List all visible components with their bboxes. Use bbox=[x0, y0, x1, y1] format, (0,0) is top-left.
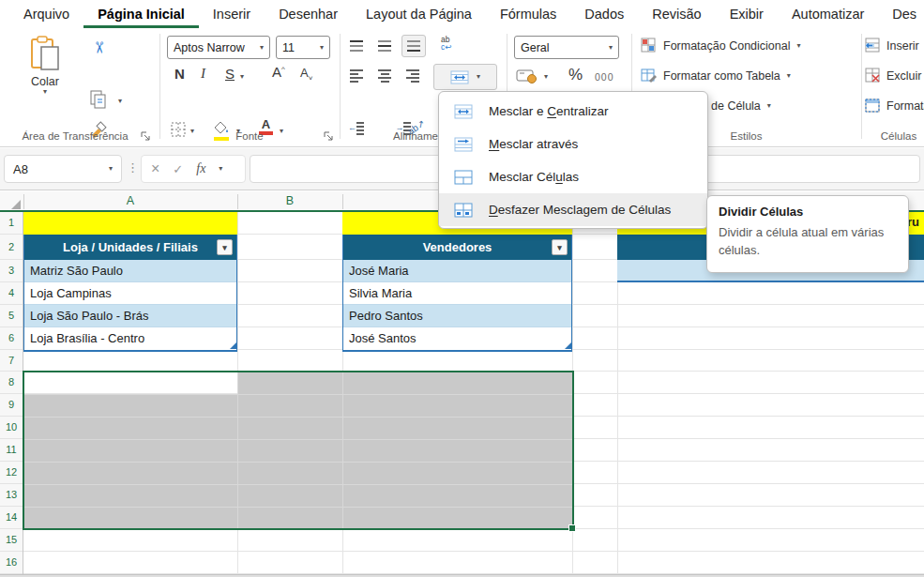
menu-item-merge-across[interactable]: Mesclar através bbox=[439, 128, 707, 160]
cancel-icon[interactable]: × bbox=[151, 160, 159, 177]
row-header[interactable]: 5 bbox=[0, 305, 23, 327]
format-as-table-button[interactable]: Formatar como Tabela ▾ bbox=[641, 68, 791, 84]
merge-center-icon bbox=[450, 70, 469, 84]
table-row[interactable]: Loja Campinas bbox=[24, 282, 236, 305]
underline-button[interactable]: S bbox=[225, 66, 235, 82]
table-stores: Loja / Unidades / Filiais ▾ Matriz São P… bbox=[23, 235, 237, 352]
tab-dados[interactable]: Dados bbox=[570, 0, 638, 28]
row-header[interactable]: 14 bbox=[0, 507, 23, 529]
paste-dropdown-chevron[interactable]: ▾ bbox=[21, 88, 69, 96]
underline-dropdown-chevron[interactable]: ▾ bbox=[240, 73, 244, 81]
copy-icon[interactable] bbox=[90, 90, 107, 109]
table-resize-handle[interactable] bbox=[230, 342, 236, 349]
align-bottom-button-selected[interactable] bbox=[401, 35, 426, 57]
table-row[interactable]: Loja São Paulo - Brás bbox=[24, 305, 236, 327]
column-header-a[interactable]: A bbox=[23, 191, 237, 210]
filter-button[interactable]: ▾ bbox=[217, 239, 233, 255]
row-header[interactable]: 3 bbox=[0, 260, 23, 282]
row-header[interactable]: 6 bbox=[0, 327, 23, 350]
cell-styles-button[interactable]: de Célula ▾ bbox=[711, 99, 771, 113]
format-cells-button[interactable]: Formatar bbox=[865, 98, 924, 114]
comma-style-button[interactable]: 000 bbox=[595, 71, 614, 83]
italic-button[interactable]: I bbox=[201, 66, 205, 82]
conditional-formatting-icon bbox=[641, 38, 657, 53]
table-sellers: Vendedores ▾ José Maria Silvia Maria Ped… bbox=[342, 235, 572, 352]
align-top-icon[interactable] bbox=[349, 39, 364, 53]
decrease-font-size-icon[interactable]: A˅ bbox=[300, 66, 312, 83]
row-header[interactable]: 13 bbox=[0, 484, 23, 507]
accounting-dropdown-chevron[interactable]: ▾ bbox=[544, 73, 548, 81]
table-stores-header[interactable]: Loja / Unidades / Filiais ▾ bbox=[24, 235, 236, 260]
table-row[interactable]: José Santos bbox=[343, 327, 571, 350]
increase-font-size-icon[interactable]: A^ bbox=[272, 64, 285, 80]
table-row[interactable]: Silvia Maria bbox=[343, 282, 571, 305]
copy-dropdown-chevron[interactable]: ▾ bbox=[118, 98, 122, 105]
tab-inserir[interactable]: Inserir bbox=[199, 0, 265, 28]
paste-button[interactable]: Colar ▾ bbox=[21, 34, 69, 126]
enter-icon[interactable]: ✓ bbox=[173, 162, 183, 176]
tooltip-title: Dividir Células bbox=[719, 205, 897, 219]
column-header-b[interactable]: B bbox=[237, 191, 342, 210]
font-name-combo[interactable]: Aptos Narrow▾ bbox=[167, 36, 270, 59]
merge-dropdown-menu: Mesclar e Centralizar Mesclar através Me… bbox=[438, 91, 708, 229]
align-center-icon[interactable] bbox=[377, 69, 392, 83]
tab-pagina-inicial[interactable]: Página Inicial bbox=[83, 0, 199, 28]
tab-revisao[interactable]: Revisão bbox=[638, 0, 715, 28]
tab-formulas[interactable]: Fórmulas bbox=[486, 0, 570, 28]
table-row[interactable]: José Maria bbox=[343, 260, 571, 282]
row-header[interactable]: 15 bbox=[0, 529, 23, 552]
format-as-table-icon bbox=[641, 68, 657, 84]
font-dialog-launcher-icon[interactable] bbox=[324, 131, 334, 142]
row-header[interactable]: 16 bbox=[0, 552, 23, 574]
clipboard-paste-icon bbox=[29, 36, 61, 71]
insert-cells-button[interactable]: Inserir bbox=[865, 38, 919, 53]
tooltip-body: Dividir a célula atual em várias células… bbox=[719, 224, 897, 260]
select-all-corner[interactable] bbox=[2, 193, 22, 210]
row-header[interactable]: 9 bbox=[0, 394, 23, 417]
row-header[interactable]: 2 bbox=[0, 235, 23, 260]
row-header[interactable]: 12 bbox=[0, 462, 23, 484]
font-size-combo[interactable]: 11▾ bbox=[276, 36, 330, 59]
table-resize-handle[interactable] bbox=[565, 342, 571, 349]
row-header[interactable]: 7 bbox=[0, 350, 23, 372]
selection-range-a8-c14[interactable] bbox=[23, 371, 574, 530]
cut-icon[interactable]: ✂ bbox=[89, 40, 109, 53]
tab-arquivo[interactable]: Arquivo bbox=[9, 0, 83, 28]
fx-chevron[interactable]: ▾ bbox=[219, 165, 222, 173]
menu-item-merge-center[interactable]: Mesclar e Centralizar bbox=[439, 95, 707, 128]
tab-desenhar[interactable]: Desenhar bbox=[265, 0, 352, 28]
accounting-format-icon[interactable] bbox=[516, 68, 538, 84]
tab-automatizar[interactable]: Automatizar bbox=[778, 0, 878, 28]
clipboard-dialog-launcher-icon[interactable] bbox=[141, 131, 151, 142]
name-box[interactable]: A8 ▾ bbox=[4, 155, 122, 183]
align-left-icon[interactable] bbox=[349, 69, 364, 83]
row-header[interactable]: 10 bbox=[0, 417, 23, 439]
menu-item-unmerge-cells[interactable]: Desfazer Mesclagem de Células bbox=[439, 193, 707, 226]
fx-icon[interactable]: fx bbox=[196, 161, 205, 176]
row-header[interactable]: 1 bbox=[0, 212, 23, 235]
name-box-splitter[interactable]: ⋮ bbox=[127, 160, 139, 175]
table-row[interactable]: Matriz São Paulo bbox=[24, 260, 236, 282]
percent-style-button[interactable]: % bbox=[568, 66, 583, 84]
table-row[interactable]: Loja Brasília - Centro bbox=[24, 327, 236, 350]
align-right-icon[interactable] bbox=[405, 69, 420, 83]
row-header[interactable]: 11 bbox=[0, 439, 23, 462]
filter-button[interactable]: ▾ bbox=[552, 239, 568, 255]
tab-desenvolvedor[interactable]: Des bbox=[878, 0, 924, 28]
tab-layout-da-pagina[interactable]: Layout da Página bbox=[352, 0, 486, 28]
number-format-combo[interactable]: Geral▾ bbox=[514, 36, 619, 59]
tab-exibir[interactable]: Exibir bbox=[716, 0, 778, 28]
wrap-text-icon[interactable]: ab c↩ bbox=[441, 36, 451, 51]
merge-center-button[interactable]: ▾ bbox=[433, 64, 497, 90]
table-sellers-header[interactable]: Vendedores ▾ bbox=[343, 235, 571, 260]
row-header[interactable]: 4 bbox=[0, 282, 23, 305]
fill-handle[interactable] bbox=[568, 524, 576, 532]
delete-cells-button[interactable]: Excluir bbox=[865, 68, 922, 84]
table-row[interactable]: Pedro Santos bbox=[343, 305, 571, 327]
bold-button[interactable]: N bbox=[174, 66, 185, 82]
align-middle-icon[interactable] bbox=[377, 39, 392, 53]
row-header[interactable]: 8 bbox=[0, 372, 23, 394]
conditional-formatting-button[interactable]: Formatação Condicional ▾ bbox=[641, 38, 801, 53]
menu-item-merge-cells[interactable]: Mesclar Células bbox=[439, 160, 707, 193]
cell-a1-yellow[interactable] bbox=[23, 212, 237, 235]
